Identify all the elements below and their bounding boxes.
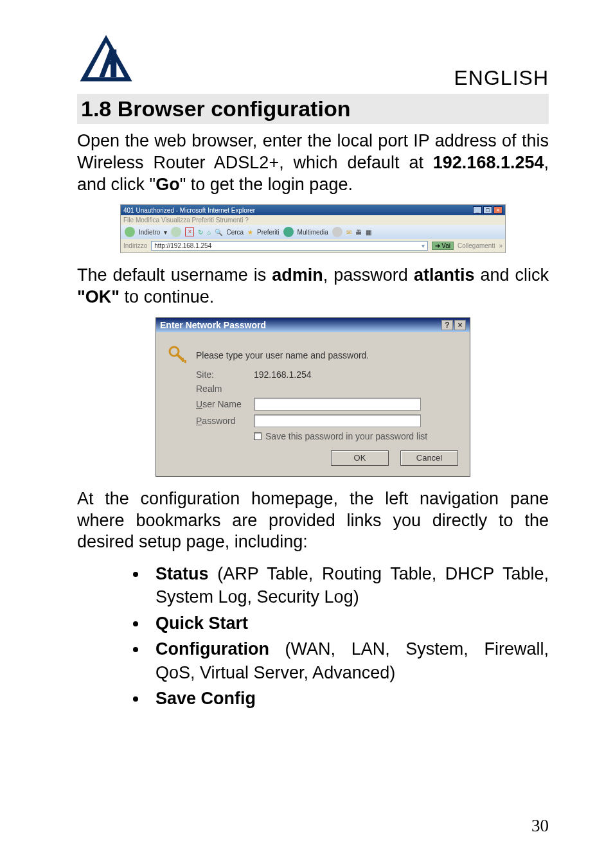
checkbox-icon[interactable]: [254, 432, 262, 440]
svg-rect-6: [184, 360, 186, 363]
intro-text: Open the web browser, enter the local po…: [77, 130, 549, 195]
address-label: Indirizzo: [123, 242, 147, 249]
edit-icon[interactable]: ▦: [366, 229, 371, 236]
forward-icon[interactable]: [171, 227, 181, 237]
close-icon[interactable]: ×: [454, 320, 466, 330]
go-button[interactable]: ➔ Vai: [432, 242, 454, 250]
search-icon[interactable]: 🔍: [215, 229, 222, 236]
svg-rect-2: [106, 61, 116, 64]
dialog-prompt: Please type your user name and password.: [196, 350, 369, 360]
address-bar-row: Indirizzo http://192.168.1.254▾ ➔ Vai Co…: [121, 239, 505, 252]
site-label: Site:: [196, 369, 254, 380]
browser-titlebar: 401 Unauthorized - Microsoft Internet Ex…: [121, 205, 505, 215]
password-label: Password: [196, 416, 254, 426]
nav-text: At the configuration homepage, the left …: [77, 488, 549, 553]
stop-icon[interactable]: ×: [185, 227, 194, 236]
username-label: User Name: [196, 399, 254, 409]
logo: [77, 32, 135, 90]
site-value: 192.168.1.254: [254, 369, 312, 380]
links-label: Collegamenti: [458, 242, 495, 249]
close-icon[interactable]: ×: [493, 206, 502, 214]
home-icon[interactable]: ⌂: [207, 229, 211, 236]
cancel-button[interactable]: Cancel: [400, 450, 458, 466]
save-password-checkbox[interactable]: Save this password in your password list: [254, 431, 458, 441]
password-input[interactable]: [254, 414, 421, 427]
section-heading: 1.8 Browser configuration: [77, 94, 549, 124]
help-icon[interactable]: ?: [441, 320, 453, 330]
password-dialog: Enter Network Password ? × Please type y…: [155, 317, 470, 477]
auth-text: The default username is admin, password …: [77, 265, 549, 308]
mail-icon[interactable]: ✉: [346, 229, 351, 236]
history-icon[interactable]: [332, 227, 342, 237]
list-item: Save Config: [148, 687, 549, 710]
list-item: Status (ARP Table, Routing Table, DHCP T…: [148, 562, 549, 609]
address-input[interactable]: http://192.168.1.254▾: [151, 241, 427, 251]
list-item: Quick Start: [148, 612, 549, 635]
nav-list: Status (ARP Table, Routing Table, DHCP T…: [148, 562, 549, 711]
username-input[interactable]: [254, 398, 421, 411]
ok-button[interactable]: OK: [331, 450, 389, 466]
window-buttons: _ □ ×: [473, 206, 502, 214]
print-icon[interactable]: 🖶: [355, 229, 362, 236]
list-item: Configuration (WAN, LAN, System, Firewal…: [148, 637, 549, 684]
favorites-icon[interactable]: ★: [247, 229, 253, 236]
refresh-icon[interactable]: ↻: [198, 229, 203, 236]
realm-label: Realm: [196, 384, 254, 394]
browser-menubar: File Modifica Visualizza Preferiti Strum…: [121, 215, 505, 225]
svg-rect-5: [182, 358, 184, 362]
browser-toolbar: Indietro ▾ × ↻ ⌂ 🔍Cerca ★Preferiti Multi…: [121, 225, 505, 239]
media-icon[interactable]: [283, 227, 294, 237]
minimize-icon[interactable]: _: [473, 206, 482, 214]
back-icon[interactable]: [125, 227, 135, 237]
browser-screenshot: 401 Unauthorized - Microsoft Internet Ex…: [120, 204, 506, 253]
maximize-icon[interactable]: □: [483, 206, 492, 214]
page-header: ENGLISH: [77, 32, 549, 90]
page-number: 30: [531, 816, 549, 836]
key-icon: [168, 345, 188, 366]
language-label: ENGLISH: [454, 66, 549, 90]
dialog-titlebar: Enter Network Password ? ×: [156, 318, 470, 332]
